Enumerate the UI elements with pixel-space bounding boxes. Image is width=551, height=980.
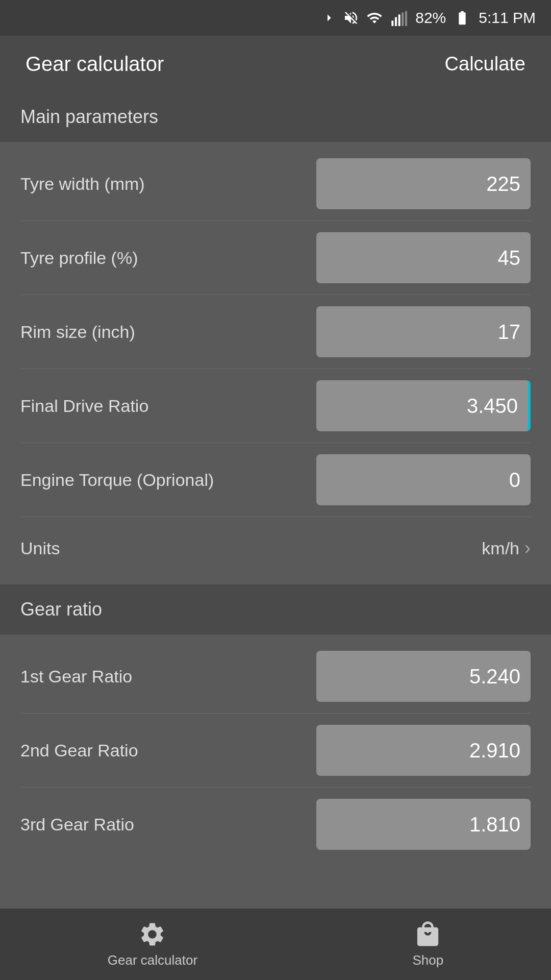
rim-size-label: Rim size (inch) [20,322,301,342]
gear-1-label: 1st Gear Ratio [20,667,301,687]
units-label: Units [20,538,482,558]
svg-rect-3 [402,12,404,26]
nav-gear-calculator-label: Gear calculator [108,952,197,968]
gear-ratio-form: 1st Gear Ratio 2nd Gear Ratio 3rd Gear R… [0,634,551,866]
battery-percent: 82% [415,9,446,27]
bottom-nav: Gear calculator Shop [0,909,551,980]
final-drive-ratio-input[interactable] [316,380,531,431]
units-value-text: km/h [482,538,519,558]
gear-2-row: 2nd Gear Ratio [0,714,551,787]
svg-rect-1 [395,17,397,26]
time-display: 5:11 PM [479,9,536,27]
shop-icon [414,920,442,948]
main-params-label: Main parameters [20,106,158,127]
gear-3-input[interactable] [316,799,531,850]
tyre-width-row: Tyre width (mm) [0,147,551,220]
tyre-width-label: Tyre width (mm) [20,174,301,194]
rim-size-input[interactable] [316,306,531,357]
tyre-width-input[interactable] [316,158,531,209]
final-drive-ratio-row: Final Drive Ratio [0,369,551,443]
gear-2-label: 2nd Gear Ratio [20,741,301,761]
final-drive-ratio-label: Final Drive Ratio [20,396,301,416]
scroll-content: Main parameters Tyre width (mm) Tyre pro… [0,92,551,938]
status-bar: 82% 5:11 PM [0,0,551,36]
main-params-header: Main parameters [0,92,551,142]
battery-icon [453,10,471,26]
gear-3-label: 3rd Gear Ratio [20,815,301,835]
units-row[interactable]: Units km/h › [0,517,551,579]
gear-icon [138,920,166,948]
mute-icon [343,10,359,26]
engine-torque-label: Engine Torque (Oprional) [20,470,301,490]
gear-1-input[interactable] [316,651,531,702]
nav-shop[interactable]: Shop [413,920,444,968]
status-icons: 82% 5:11 PM [319,9,536,27]
chevron-right-icon: › [524,537,531,559]
tyre-profile-input[interactable] [316,232,531,283]
gear-2-input[interactable] [316,725,531,776]
rim-size-row: Rim size (inch) [0,295,551,369]
engine-torque-input[interactable] [316,454,531,505]
gear-1-row: 1st Gear Ratio [0,640,551,713]
gear-3-row: 3rd Gear Ratio [0,788,551,861]
units-value-container[interactable]: km/h › [482,537,531,559]
nav-shop-label: Shop [413,952,444,968]
calculate-button[interactable]: Calculate [445,53,525,75]
tyre-profile-row: Tyre profile (%) [0,221,551,295]
signal-icon [390,10,408,26]
svg-rect-0 [392,20,394,26]
app-title: Gear calculator [26,53,164,76]
bluetooth-icon [319,10,336,26]
app-bar: Gear calculator Calculate [0,36,551,92]
wifi-icon [366,10,383,26]
nav-gear-calculator[interactable]: Gear calculator [108,920,197,968]
tyre-profile-label: Tyre profile (%) [20,248,301,268]
svg-rect-2 [398,14,400,26]
gear-ratio-label: Gear ratio [20,599,102,620]
engine-torque-row: Engine Torque (Oprional) [0,443,551,517]
main-params-form: Tyre width (mm) Tyre profile (%) Rim siz… [0,142,551,584]
svg-rect-4 [405,11,407,26]
gear-ratio-header: Gear ratio [0,584,551,634]
